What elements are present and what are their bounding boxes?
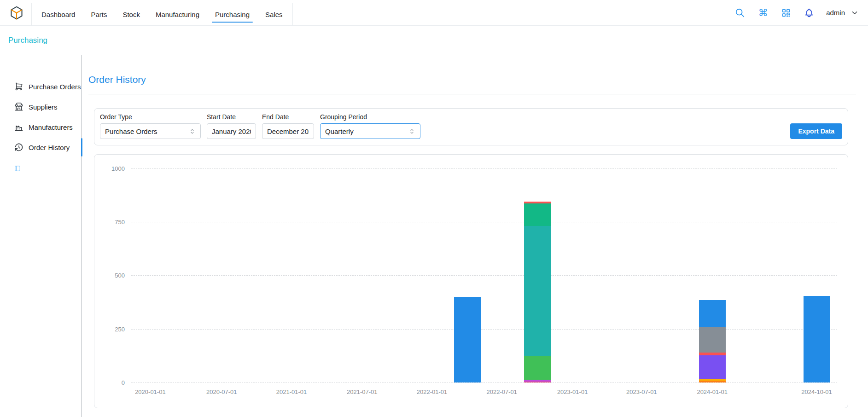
grouping-period-value: Quarterly xyxy=(325,127,354,135)
sidebar-item-label: Order History xyxy=(29,144,70,151)
chart-bar[interactable] xyxy=(699,300,726,382)
bar-segment xyxy=(524,226,551,356)
tab-dashboard[interactable]: Dashboard xyxy=(34,3,83,25)
chart-card: 025050075010002020-01-012020-07-012021-0… xyxy=(94,154,848,408)
navbar-actions: ⌘ admin xyxy=(734,7,859,19)
order-type-select[interactable]: Purchase Orders xyxy=(100,123,201,139)
sidebar-item-label: Manufacturers xyxy=(29,123,73,131)
x-axis-label: 2024-10-01 xyxy=(801,388,832,395)
start-date-label: Start Date xyxy=(207,113,256,121)
bar-segment xyxy=(524,356,551,380)
x-axis-label: 2020-01-01 xyxy=(135,388,166,395)
top-navbar: Dashboard Parts Stock Manufacturing Purc… xyxy=(0,0,868,26)
order-type-value: Purchase Orders xyxy=(105,127,157,135)
page-title: Order History xyxy=(88,74,856,86)
grouping-period-label: Grouping Period xyxy=(320,113,420,121)
gridline xyxy=(131,222,837,222)
filter-card: Order Type Purchase Orders Start Date En… xyxy=(94,108,848,145)
x-axis-label: 2023-07-01 xyxy=(626,388,657,395)
gridline xyxy=(131,275,837,276)
main-content: Order History Order Type Purchase Orders… xyxy=(82,55,868,417)
chart-bar[interactable] xyxy=(454,297,481,382)
sidebar-item-label: Purchase Orders xyxy=(29,83,81,91)
gridline xyxy=(131,168,837,169)
order-type-label: Order Type xyxy=(100,113,201,121)
y-axis-label: 0 xyxy=(103,379,125,386)
sidebar-item-order-history[interactable]: Order History xyxy=(0,137,82,157)
y-axis-label: 1000 xyxy=(103,165,125,172)
bar-segment xyxy=(804,296,830,383)
x-axis-label: 2023-01-01 xyxy=(557,388,588,395)
bar-segment xyxy=(699,381,726,382)
bar-segment xyxy=(699,300,726,327)
y-axis-label: 250 xyxy=(103,325,125,332)
x-axis-label: 2022-01-01 xyxy=(417,388,448,395)
building-store-icon xyxy=(14,102,23,111)
chevron-down-icon xyxy=(851,9,859,17)
bar-segment xyxy=(524,203,551,226)
bar-segment xyxy=(454,297,481,382)
tab-parts[interactable]: Parts xyxy=(83,3,115,25)
tab-stock[interactable]: Stock xyxy=(115,3,148,25)
x-axis-label: 2021-01-01 xyxy=(276,388,307,395)
search-icon[interactable] xyxy=(734,7,746,19)
command-palette-icon[interactable]: ⌘ xyxy=(757,7,769,19)
notifications-bell-icon[interactable] xyxy=(803,7,815,19)
user-menu[interactable]: admin xyxy=(826,9,859,17)
chart-bar[interactable] xyxy=(524,202,551,382)
end-date-label: End Date xyxy=(262,113,314,121)
start-date-input[interactable] xyxy=(207,123,256,139)
end-date-input[interactable] xyxy=(262,123,314,139)
y-axis-label: 500 xyxy=(103,272,125,279)
building-factory-icon xyxy=(14,122,23,132)
main-nav-tabs: Dashboard Parts Stock Manufacturing Purc… xyxy=(31,3,293,25)
sidebar-item-purchase-orders[interactable]: Purchase Orders xyxy=(0,76,82,97)
sidebar-item-label: Suppliers xyxy=(29,103,58,111)
x-axis-label: 2021-07-01 xyxy=(347,388,378,395)
username: admin xyxy=(826,9,845,17)
export-data-button[interactable]: Export Data xyxy=(790,123,842,139)
selector-icon xyxy=(408,128,415,135)
order-type-field: Order Type Purchase Orders xyxy=(100,113,201,139)
app-logo-icon[interactable] xyxy=(9,6,24,20)
grouping-period-field: Grouping Period Quarterly xyxy=(320,113,420,139)
sidebar-collapse-icon[interactable] xyxy=(14,165,21,174)
bar-segment xyxy=(524,382,551,382)
tab-sales[interactable]: Sales xyxy=(257,3,291,25)
bar-segment xyxy=(699,355,726,379)
shopping-cart-icon xyxy=(14,82,23,91)
sidebar-item-manufacturers[interactable]: Manufacturers xyxy=(0,117,82,137)
x-axis-label: 2020-07-01 xyxy=(206,388,237,395)
tab-purchasing[interactable]: Purchasing xyxy=(207,3,257,25)
gridline xyxy=(131,382,837,383)
selector-icon xyxy=(189,128,196,135)
command-glyph: ⌘ xyxy=(758,8,768,17)
start-date-field: Start Date xyxy=(207,113,256,139)
y-axis-label: 750 xyxy=(103,218,125,225)
end-date-field: End Date xyxy=(262,113,314,139)
tab-manufacturing[interactable]: Manufacturing xyxy=(148,3,207,25)
breadcrumb-bar: Purchasing xyxy=(0,26,868,55)
gridline xyxy=(131,329,837,330)
barcode-scan-icon[interactable] xyxy=(780,7,792,19)
x-axis-label: 2022-07-01 xyxy=(487,388,518,395)
sidebar-item-suppliers[interactable]: Suppliers xyxy=(0,97,82,117)
bar-segment xyxy=(699,327,726,353)
sidebar: Purchase Orders Suppliers Manufacturers … xyxy=(0,55,82,417)
grouping-period-select[interactable]: Quarterly xyxy=(320,123,420,139)
title-divider xyxy=(88,94,856,94)
x-axis-label: 2024-01-01 xyxy=(697,388,728,395)
breadcrumb-purchasing[interactable]: Purchasing xyxy=(8,36,47,45)
history-icon xyxy=(14,143,23,152)
chart-bar[interactable] xyxy=(804,296,830,383)
chart-plot: 025050075010002020-01-012020-07-012021-0… xyxy=(131,163,837,382)
